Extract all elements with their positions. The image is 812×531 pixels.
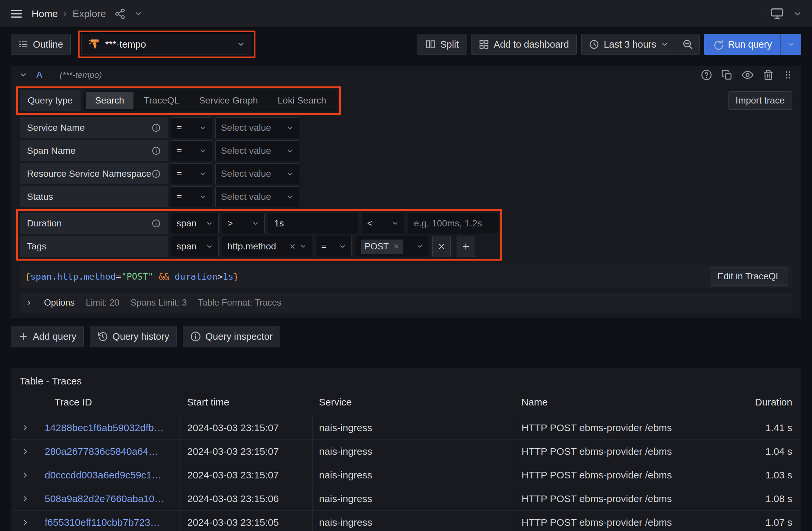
remove-tag-button[interactable] <box>432 236 451 257</box>
zoom-out-time-button[interactable] <box>676 34 699 55</box>
trace-id-link[interactable]: 280a2677836c5840a64… <box>45 446 158 457</box>
query-type-label: Query type <box>20 90 81 111</box>
col-trace-id[interactable]: Trace ID <box>11 397 180 416</box>
menu-icon[interactable] <box>10 7 23 20</box>
info-icon[interactable] <box>152 147 160 155</box>
operator-select[interactable]: = <box>171 140 212 161</box>
add-to-dashboard-button[interactable]: Add to dashboard <box>471 34 577 55</box>
breadcrumb-home[interactable]: Home <box>32 8 58 19</box>
operator-select[interactable]: = <box>171 163 212 185</box>
edit-in-traceql-button[interactable]: Edit in TraceQL <box>710 267 788 285</box>
duration-min-operator-select[interactable]: > <box>222 213 265 234</box>
query-history-label: Query history <box>113 331 169 342</box>
chevron-down-icon[interactable] <box>134 10 143 18</box>
monitor-icon[interactable] <box>771 7 784 20</box>
run-query-dropdown-button[interactable] <box>780 34 801 55</box>
tab-search[interactable]: Search <box>86 92 133 109</box>
filter-row-resource-service-namespace: Resource Service Namespace = Select valu… <box>20 163 792 185</box>
trace-id-link[interactable]: f655310eff110cbb7b723… <box>45 517 160 528</box>
outline-button[interactable]: Outline <box>11 34 71 55</box>
close-icon[interactable] <box>289 243 296 250</box>
trace-id-link[interactable]: 508a9a82d2e7660aba10… <box>45 493 164 504</box>
help-icon[interactable] <box>701 69 712 80</box>
operator-select[interactable]: = <box>171 117 212 138</box>
chevron-right-icon[interactable] <box>21 495 30 503</box>
add-tag-button[interactable] <box>456 236 475 257</box>
service-cell: nais-ingress <box>312 463 515 487</box>
query-datasource-hint: (***-tempo) <box>59 70 102 80</box>
run-query-button[interactable]: Run query <box>704 34 780 55</box>
explore-toolbar: Outline <box>11 30 801 59</box>
copy-icon[interactable] <box>721 69 733 80</box>
import-trace-label: Import trace <box>736 95 785 106</box>
add-query-button[interactable]: Add query <box>11 326 84 347</box>
name-cell: HTTP POST ebms-provider /ebms <box>515 463 719 487</box>
options-row[interactable]: Options Limit: 20 Spans Limit: 3 Table F… <box>20 293 792 312</box>
service-cell: nais-ingress <box>312 487 515 511</box>
chevron-right-icon[interactable] <box>21 518 30 527</box>
close-icon[interactable] <box>393 243 400 250</box>
table-header-row: Trace ID Start time Service Name Duratio… <box>11 397 801 416</box>
value-select[interactable]: Select value <box>215 186 299 207</box>
filter-row-status: Status = Select value <box>20 186 792 207</box>
chevron-right-icon[interactable] <box>21 471 30 480</box>
info-icon[interactable] <box>152 219 160 228</box>
import-trace-button[interactable]: Import trace <box>728 91 792 110</box>
start-time-cell: 2024-03-03 23:15:05 <box>180 511 312 531</box>
col-name[interactable]: Name <box>515 397 719 416</box>
apps-icon <box>479 39 489 49</box>
time-range-label: Last 3 hours <box>604 39 656 50</box>
chevron-down-icon[interactable] <box>793 9 802 18</box>
trace-id-link[interactable]: 14288bec1f6ab59032dfb… <box>45 422 164 433</box>
tag-value-select[interactable]: POST <box>355 236 429 257</box>
collapse-query-icon[interactable] <box>19 71 28 79</box>
tag-operator-select[interactable]: = <box>316 236 352 257</box>
plus-icon <box>18 331 28 341</box>
duration-cell: 1.07 s <box>719 511 801 531</box>
value-select[interactable]: Select value <box>215 117 299 138</box>
share-icon[interactable] <box>114 8 126 19</box>
duration-scope-select[interactable]: span <box>171 213 219 234</box>
traces-table: Trace ID Start time Service Name Duratio… <box>11 397 801 531</box>
info-icon[interactable] <box>152 169 160 178</box>
filter-row-duration: Duration span > < <box>20 213 498 234</box>
split-icon <box>425 39 436 49</box>
eye-icon[interactable] <box>742 69 753 81</box>
query-ref-id[interactable]: A <box>36 70 42 80</box>
tab-loki-search[interactable]: Loki Search <box>269 92 336 109</box>
options-limit: Limit: 20 <box>86 298 119 308</box>
operator-select[interactable]: = <box>171 186 212 207</box>
tab-service-graph[interactable]: Service Graph <box>190 92 267 109</box>
grip-icon[interactable] <box>783 69 793 80</box>
annotation-box-datasource: ***-tempo <box>78 31 256 58</box>
name-cell: HTTP POST ebms-provider /ebms <box>515 487 719 511</box>
datasource-picker[interactable]: ***-tempo <box>81 34 252 55</box>
trash-icon[interactable] <box>763 69 774 80</box>
col-start-time[interactable]: Start time <box>180 397 312 416</box>
edit-in-traceql-label: Edit in TraceQL <box>717 271 781 282</box>
tag-scope-select[interactable]: span <box>171 236 219 257</box>
chevron-right-icon[interactable] <box>21 424 30 432</box>
duration-min-input[interactable] <box>268 213 358 234</box>
info-icon <box>190 331 201 342</box>
trace-id-link[interactable]: d0cccdd003a6ed9c59c1… <box>45 470 161 481</box>
value-select[interactable]: Select value <box>215 140 299 161</box>
split-button[interactable]: Split <box>418 34 466 55</box>
info-icon[interactable] <box>152 123 160 132</box>
col-service[interactable]: Service <box>312 397 515 416</box>
time-range-picker[interactable]: Last 3 hours <box>581 34 676 55</box>
service-cell: nais-ingress <box>312 416 515 440</box>
query-history-button[interactable]: Query history <box>90 326 176 347</box>
traces-table-panel: Table - Traces Trace ID Start time Servi… <box>11 368 801 531</box>
query-row-header: A (***-tempo) <box>11 66 801 84</box>
chevron-right-icon[interactable] <box>21 447 30 456</box>
duration-max-input[interactable] <box>408 213 498 234</box>
tag-key-select[interactable]: http.method <box>222 236 312 257</box>
tab-traceql[interactable]: TraceQL <box>135 92 189 109</box>
outline-icon <box>18 40 28 49</box>
breadcrumb-explore[interactable]: Explore <box>73 8 106 19</box>
duration-max-operator-select[interactable]: < <box>362 213 404 234</box>
col-duration[interactable]: Duration <box>719 397 801 416</box>
query-inspector-button[interactable]: Query inspector <box>183 326 280 347</box>
value-select[interactable]: Select value <box>215 163 299 185</box>
